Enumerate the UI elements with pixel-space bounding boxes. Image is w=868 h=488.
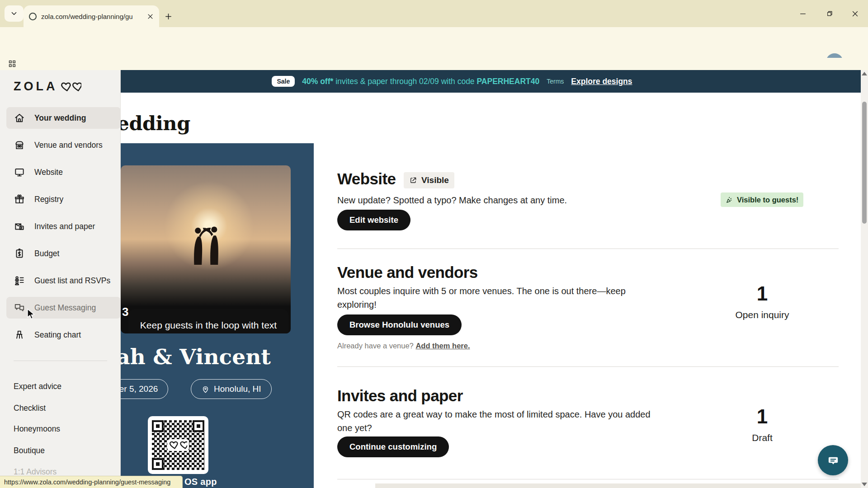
budget-clipboard-icon <box>14 248 25 259</box>
open-inquiry-count: 1 <box>726 282 798 305</box>
chair-icon <box>14 329 25 341</box>
add-venue-link[interactable]: Add them here. <box>415 342 470 350</box>
party-popper-icon <box>726 196 733 204</box>
explore-designs-link[interactable]: Explore designs <box>571 77 632 86</box>
scroll-down-arrow[interactable] <box>862 483 867 486</box>
promo-banner: Sale 40% off* invites & paper through 02… <box>0 70 868 93</box>
main-content: Website Visible Visible to guests! New u… <box>314 93 861 488</box>
draft-label: Draft <box>726 432 798 443</box>
wedding-location-chip: Honolulu, HI <box>191 379 272 399</box>
storefront-icon <box>14 139 25 151</box>
guest-list-icon <box>14 275 25 286</box>
window-restore-button[interactable] <box>816 0 842 27</box>
sidebar-divider <box>14 361 107 361</box>
countdown-fragment: 3 <box>122 305 128 319</box>
continue-customizing-button[interactable]: Continue customizing <box>337 436 449 457</box>
terms-link[interactable]: Terms <box>547 78 564 85</box>
plus-icon <box>165 13 172 20</box>
tab-title: zola.com/wedding-planning/gu <box>41 13 142 20</box>
page-scrollbar[interactable] <box>861 70 868 488</box>
chat-widget-button[interactable] <box>818 445 848 475</box>
invites-stat: 1 Draft <box>726 405 798 443</box>
chevron-down-icon <box>10 9 18 18</box>
app-qr-code <box>148 416 208 474</box>
venue-section-title: Venue and vendors <box>337 263 478 282</box>
sale-badge: Sale <box>272 76 295 87</box>
website-section-body: New update? Spotted a typo? Make changes… <box>337 193 567 207</box>
browser-tab-strip: zola.com/wedding-planning/gu <box>0 0 868 27</box>
apps-grid-icon[interactable] <box>7 59 17 70</box>
website-section-title: Website <box>337 170 396 188</box>
map-pin-icon <box>201 385 210 394</box>
wedding-overview-panel: Keep guests in the loop with text update… <box>121 143 314 488</box>
restore-icon <box>826 10 833 17</box>
invitation-envelope-icon <box>14 221 25 232</box>
app-caption-fragment: OS app <box>184 477 217 487</box>
sidebar-item-your-wedding[interactable]: Your wedding <box>0 107 121 129</box>
invites-section-title: Invites and paper <box>337 387 463 405</box>
status-bar-url: https://www.zola.com/wedding-planning/gu… <box>0 476 183 488</box>
gift-icon <box>14 193 25 205</box>
open-inquiry-label: Open inquiry <box>726 310 798 320</box>
external-link-icon <box>409 176 417 184</box>
close-icon <box>851 10 859 18</box>
sidebar-item-venue-and-vendors[interactable]: Venue and vendors <box>0 134 121 156</box>
sidebar-link-honeymoons[interactable]: Honeymoons <box>14 424 60 434</box>
venue-stat: 1 Open inquiry <box>726 282 798 320</box>
invites-section-body: QR codes are a great way to make the mos… <box>337 408 651 435</box>
section-divider <box>337 249 839 249</box>
couple-photo: Keep guests in the loop with text update… <box>121 165 291 333</box>
draft-count: 1 <box>726 405 798 428</box>
zola-logo[interactable]: ZOLA <box>14 80 81 94</box>
venue-section-body: Most couples inquire with 5 or more venu… <box>337 284 626 311</box>
sidebar-item-guest-messaging[interactable]: Guest Messaging <box>0 297 121 319</box>
screen: zola.com/wedding-planning/gu <box>0 0 868 488</box>
sidebar-link-1-1-advisors[interactable]: 1:1 Advisors <box>14 467 57 477</box>
sidebar-link-boutique[interactable]: Boutique <box>14 446 45 455</box>
sidebar-item-website[interactable]: Website <box>0 161 121 183</box>
tab-search-button[interactable] <box>5 5 24 22</box>
browser-toolbar: zola.com/wedding-planning/guest-messagin… <box>0 27 868 58</box>
monitor-icon <box>14 166 25 178</box>
sidebar-item-seating-chart[interactable]: Seating chart <box>0 324 121 346</box>
edit-website-button[interactable]: Edit website <box>337 210 410 230</box>
sidebar-item-invites-and-paper[interactable]: Invites and paper <box>0 216 121 237</box>
new-tab-button[interactable] <box>159 7 177 25</box>
bookmarks-row <box>0 58 868 70</box>
sidebar-item-registry[interactable]: Registry <box>0 188 121 210</box>
panel-caption: Keep guests in the loop with text update… <box>128 309 288 333</box>
couple-silhouette <box>179 211 234 265</box>
promo-offer-text: 40% off* invites & paper through 02/09 w… <box>302 77 539 86</box>
scrollbar-thumb[interactable] <box>862 102 867 224</box>
window-close-button[interactable] <box>842 0 868 27</box>
home-icon <box>14 112 25 124</box>
section-divider <box>337 366 839 367</box>
zola-favicon-icon <box>29 13 37 20</box>
section-divider <box>337 479 839 479</box>
browse-venues-button[interactable]: Browse Honolulu venues <box>337 314 462 335</box>
visible-to-guests-badge: Visible to guests! <box>721 192 803 207</box>
scroll-up-arrow[interactable] <box>862 72 867 75</box>
sidebar-item-guest-list-and-rsvps[interactable]: Guest list and RSVPs <box>0 270 121 291</box>
tab-close-icon[interactable] <box>147 13 154 20</box>
sidebar-link-checklist[interactable]: Checklist <box>14 404 46 413</box>
zola-hearts-icon <box>167 439 189 451</box>
browser-tab[interactable]: zola.com/wedding-planning/gu <box>24 5 159 27</box>
sidebar-item-budget[interactable]: Budget <box>0 243 121 264</box>
zola-sidebar: ZOLA Your wedding Venue and vendors Webs… <box>0 70 121 488</box>
minimize-icon <box>799 10 807 17</box>
website-visible-chip[interactable]: Visible <box>404 172 454 188</box>
next-section-edge <box>375 483 861 488</box>
chat-bubbles-icon <box>14 302 25 314</box>
sidebar-link-expert-advice[interactable]: Expert advice <box>14 382 61 391</box>
zola-hearts-icon <box>61 81 81 93</box>
mouse-cursor <box>27 309 38 320</box>
chat-bubble-icon <box>826 453 840 468</box>
venue-footnote: Already have a venue? Add them here. <box>337 342 470 350</box>
window-minimize-button[interactable] <box>790 0 816 27</box>
